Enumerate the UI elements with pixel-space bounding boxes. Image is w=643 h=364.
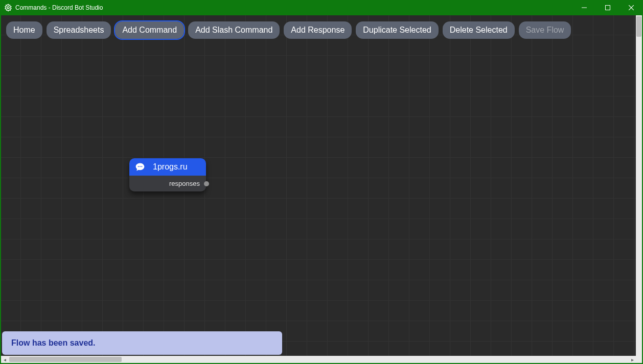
node-body: responses [129,176,206,191]
output-port[interactable] [204,181,209,186]
vertical-scrollbar[interactable] [636,15,642,356]
titlebar: Commands - Discord Bot Studio [0,0,643,15]
gear-icon [4,4,12,12]
node-port-label: responses [169,180,200,187]
scroll-right-arrow[interactable]: ▸ [629,356,636,363]
scroll-corner [636,356,642,363]
delete-selected-button[interactable]: Delete Selected [443,21,515,39]
client-area: Home Spreadsheets Add Command Add Slash … [0,15,643,364]
vertical-scroll-thumb[interactable] [636,16,641,37]
scroll-left-arrow[interactable]: ◂ [1,356,8,363]
window-title: Commands - Discord Bot Studio [15,4,103,11]
horizontal-scroll-thumb[interactable] [9,357,122,362]
add-command-button[interactable]: Add Command [115,21,184,39]
chat-bubble-icon [134,161,146,173]
minimize-button[interactable] [572,0,596,15]
toast-message: Flow has been saved. [11,338,96,347]
home-button[interactable]: Home [6,21,42,39]
svg-point-6 [140,166,141,167]
svg-point-7 [141,166,142,167]
maximize-button[interactable] [596,0,619,15]
node-title: 1progs.ru [153,162,188,172]
close-button[interactable] [619,0,643,15]
svg-point-5 [138,166,139,167]
toast: Flow has been saved. [2,331,282,355]
save-flow-button[interactable]: Save Flow [519,21,571,39]
add-slash-command-button[interactable]: Add Slash Command [188,21,280,39]
svg-point-0 [7,7,9,9]
canvas-wrap: Home Spreadsheets Add Command Add Slash … [1,15,642,363]
horizontal-scroll-track[interactable] [8,356,629,363]
svg-rect-2 [606,6,610,10]
flow-canvas[interactable] [1,15,636,356]
duplicate-selected-button[interactable]: Duplicate Selected [356,21,438,39]
node-header[interactable]: 1progs.ru [129,158,206,176]
toolbar: Home Spreadsheets Add Command Add Slash … [6,21,571,39]
spreadsheets-button[interactable]: Spreadsheets [47,21,111,39]
command-node[interactable]: 1progs.ru responses [129,158,206,191]
horizontal-scrollbar[interactable]: ◂ ▸ [1,356,636,363]
add-response-button[interactable]: Add Response [284,21,352,39]
